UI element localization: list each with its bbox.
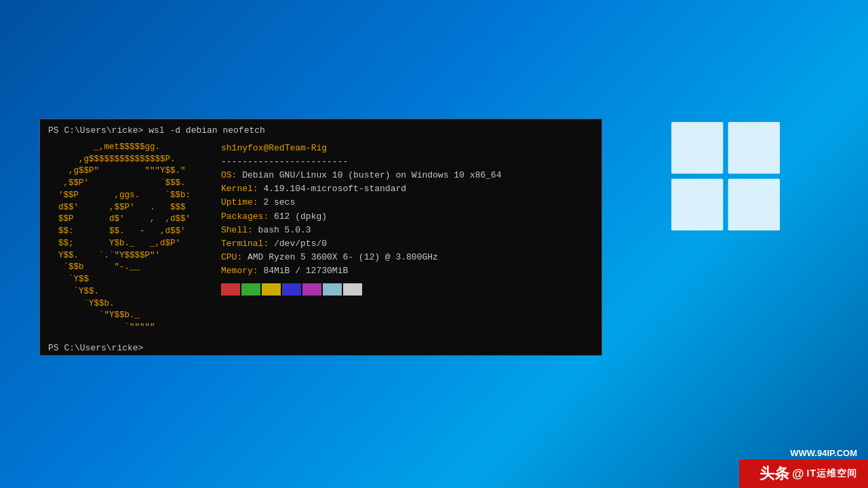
packages-value: 612 (dpkg) (269, 211, 327, 222)
separator-line: ------------------------ (221, 155, 501, 169)
color-block (302, 283, 321, 296)
terminal-body: _,met$$$$$gg. ,g$$$$$$$$$$$$$$$P. ,g$$P"… (48, 142, 593, 334)
channel-text: IT运维空间 (807, 468, 857, 480)
color-block (221, 283, 240, 296)
uptime-label: Uptime: (221, 197, 258, 207)
prompt: PS C:\Users\ricke> (48, 343, 143, 353)
shell-line: Shell: bash 5.0.3 (221, 224, 501, 237)
command-line: PS C:\Users\ricke> wsl -d debian neofetc… (48, 125, 593, 138)
terminal-value: /dev/pts/0 (269, 239, 327, 249)
color-block (343, 283, 362, 296)
svg-rect-0 (671, 122, 723, 174)
svg-rect-2 (671, 179, 723, 230)
color-block (282, 283, 301, 296)
separator: ------------------------ (221, 157, 348, 167)
svg-rect-1 (728, 122, 780, 174)
watermark-area: WWW.94IP.COM 头条 @ IT运维空间 (739, 448, 868, 488)
kernel-line: Kernel: 4.19.104-microsoft-standard (221, 182, 501, 196)
uptime-value: 2 secs (258, 197, 296, 207)
watermark-at: @ (792, 467, 804, 481)
kernel-label: Kernel: (221, 184, 258, 194)
username: sh1nyfox (221, 143, 263, 153)
cmd-text: PS C:\Users\ricke> wsl -d debian neofetc… (48, 125, 265, 136)
uptime-line: Uptime: 2 secs (221, 196, 501, 209)
os-line: OS: Debian GNU/Linux 10 (buster) on Wind… (221, 169, 501, 182)
svg-rect-3 (728, 179, 780, 230)
shell-label: Shell: (221, 225, 253, 235)
memory-line: Memory: 84MiB / 12730MiB (221, 264, 501, 278)
packages-label: Packages: (221, 211, 269, 222)
cpu-line: CPU: AMD Ryzen 5 3600X 6- (12) @ 3.800GH… (221, 251, 501, 264)
headtiao-text: 头条 (760, 464, 789, 484)
shell-value: bash 5.0.3 (253, 225, 311, 235)
ascii-art: _,met$$$$$gg. ,g$$$$$$$$$$$$$$$P. ,g$$P"… (48, 142, 211, 334)
watermark-site: WWW.94IP.COM (790, 448, 857, 458)
sysinfo-panel: sh1nyfox@RedTeam-Rig -------------------… (211, 142, 501, 334)
packages-line: Packages: 612 (dpkg) (221, 210, 501, 224)
terminal-content: PS C:\Users\ricke> wsl -d debian neofetc… (40, 119, 601, 356)
kernel-value: 4.19.104-microsoft-standard (258, 184, 406, 194)
windows-logo (671, 122, 780, 230)
memory-label: Memory: (221, 266, 258, 276)
cpu-value: AMD Ryzen 5 3600X 6- (12) @ 3.800GHz (242, 252, 438, 262)
watermark-banner: 头条 @ IT运维空间 (739, 460, 868, 488)
memory-value: 84MiB / 12730MiB (258, 266, 349, 276)
os-label: OS: (221, 170, 237, 180)
color-block (323, 283, 342, 296)
terminal-line: Terminal: /dev/pts/0 (221, 237, 501, 251)
terminal-window[interactable]: PS C:\Users\ricke> wsl -d debian neofetc… (39, 119, 602, 356)
terminal-label: Terminal: (221, 239, 269, 249)
prompt-line: PS C:\Users\ricke> (48, 342, 593, 355)
color-blocks (221, 283, 501, 296)
color-block (262, 283, 281, 296)
color-block (241, 283, 260, 296)
cpu-label: CPU: (221, 252, 242, 262)
os-value: Debian GNU/Linux 10 (buster) on Windows … (237, 170, 501, 180)
hostname: RedTeam-Rig (269, 143, 327, 153)
username-line: sh1nyfox@RedTeam-Rig (221, 142, 501, 155)
